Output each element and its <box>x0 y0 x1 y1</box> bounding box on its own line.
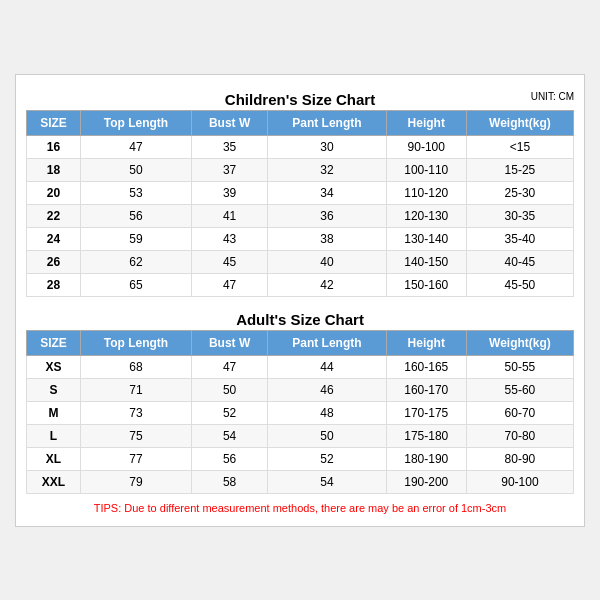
adult-cell-2-3: 48 <box>268 401 386 424</box>
children-cell-6-2: 47 <box>192 273 268 296</box>
table-row: 20533934110-12025-30 <box>27 181 574 204</box>
children-cell-0-5: <15 <box>466 135 573 158</box>
adult-cell-1-1: 71 <box>80 378 191 401</box>
adult-cell-1-4: 160-170 <box>386 378 466 401</box>
adult-cell-5-1: 79 <box>80 470 191 493</box>
table-row: S715046160-17055-60 <box>27 378 574 401</box>
adult-cell-4-4: 180-190 <box>386 447 466 470</box>
adult-cell-0-1: 68 <box>80 355 191 378</box>
children-cell-6-1: 65 <box>80 273 191 296</box>
adult-cell-0-3: 44 <box>268 355 386 378</box>
col-header-weight-c: Weight(kg) <box>466 110 573 135</box>
size-chart-container: Children's Size Chart UNIT: CM SIZE Top … <box>15 74 585 527</box>
col-header-pant-a: Pant Length <box>268 330 386 355</box>
adult-cell-0-5: 50-55 <box>466 355 573 378</box>
adult-cell-3-5: 70-80 <box>466 424 573 447</box>
children-cell-4-2: 43 <box>192 227 268 250</box>
col-header-weight-a: Weight(kg) <box>466 330 573 355</box>
children-cell-2-2: 39 <box>192 181 268 204</box>
children-cell-3-2: 41 <box>192 204 268 227</box>
adult-cell-3-3: 50 <box>268 424 386 447</box>
children-cell-1-5: 15-25 <box>466 158 573 181</box>
children-cell-6-4: 150-160 <box>386 273 466 296</box>
adult-header-row: SIZE Top Length Bust W Pant Length Heigh… <box>27 330 574 355</box>
table-row: 28654742150-16045-50 <box>27 273 574 296</box>
children-cell-5-2: 45 <box>192 250 268 273</box>
children-cell-0-2: 35 <box>192 135 268 158</box>
table-row: XXL795854190-20090-100 <box>27 470 574 493</box>
children-cell-5-4: 140-150 <box>386 250 466 273</box>
adult-cell-1-3: 46 <box>268 378 386 401</box>
table-row: M735248170-17560-70 <box>27 401 574 424</box>
col-header-size-c: SIZE <box>27 110 81 135</box>
col-header-pant-c: Pant Length <box>268 110 386 135</box>
table-row: 18503732100-11015-25 <box>27 158 574 181</box>
adult-cell-3-0: L <box>27 424 81 447</box>
adult-cell-2-0: M <box>27 401 81 424</box>
adult-cell-5-5: 90-100 <box>466 470 573 493</box>
adult-cell-3-4: 175-180 <box>386 424 466 447</box>
adult-cell-5-4: 190-200 <box>386 470 466 493</box>
table-row: 26624540140-15040-45 <box>27 250 574 273</box>
children-cell-5-3: 40 <box>268 250 386 273</box>
children-cell-4-3: 38 <box>268 227 386 250</box>
children-cell-5-0: 26 <box>27 250 81 273</box>
adult-cell-2-1: 73 <box>80 401 191 424</box>
adult-cell-4-2: 56 <box>192 447 268 470</box>
adult-cell-4-0: XL <box>27 447 81 470</box>
children-cell-3-3: 36 <box>268 204 386 227</box>
children-cell-6-0: 28 <box>27 273 81 296</box>
children-cell-1-4: 100-110 <box>386 158 466 181</box>
children-cell-3-1: 56 <box>80 204 191 227</box>
col-header-size-a: SIZE <box>27 330 81 355</box>
children-cell-4-1: 59 <box>80 227 191 250</box>
table-row: 1647353090-100<15 <box>27 135 574 158</box>
table-row: 24594338130-14035-40 <box>27 227 574 250</box>
adult-cell-4-1: 77 <box>80 447 191 470</box>
adult-cell-0-4: 160-165 <box>386 355 466 378</box>
table-row: 22564136120-13030-35 <box>27 204 574 227</box>
children-cell-4-0: 24 <box>27 227 81 250</box>
children-section-title: Children's Size Chart UNIT: CM <box>26 85 574 110</box>
children-cell-4-4: 130-140 <box>386 227 466 250</box>
col-header-bust-c: Bust W <box>192 110 268 135</box>
children-cell-2-4: 110-120 <box>386 181 466 204</box>
adult-size-table: SIZE Top Length Bust W Pant Length Heigh… <box>26 330 574 494</box>
col-header-top-length-a: Top Length <box>80 330 191 355</box>
adult-cell-2-2: 52 <box>192 401 268 424</box>
adult-cell-1-5: 55-60 <box>466 378 573 401</box>
children-cell-2-1: 53 <box>80 181 191 204</box>
adult-cell-4-5: 80-90 <box>466 447 573 470</box>
children-title-text: Children's Size Chart <box>225 91 375 108</box>
table-row: XS684744160-16550-55 <box>27 355 574 378</box>
children-header-row: SIZE Top Length Bust W Pant Length Heigh… <box>27 110 574 135</box>
adult-cell-4-3: 52 <box>268 447 386 470</box>
children-cell-3-4: 120-130 <box>386 204 466 227</box>
adult-cell-2-5: 60-70 <box>466 401 573 424</box>
children-cell-3-5: 30-35 <box>466 204 573 227</box>
adult-cell-1-2: 50 <box>192 378 268 401</box>
adult-cell-5-3: 54 <box>268 470 386 493</box>
adult-cell-5-0: XXL <box>27 470 81 493</box>
adult-cell-2-4: 170-175 <box>386 401 466 424</box>
children-cell-4-5: 35-40 <box>466 227 573 250</box>
children-cell-2-5: 25-30 <box>466 181 573 204</box>
children-cell-6-3: 42 <box>268 273 386 296</box>
col-header-height-c: Height <box>386 110 466 135</box>
adult-section-title: Adult's Size Chart <box>26 305 574 330</box>
unit-label: UNIT: CM <box>531 91 574 102</box>
children-cell-2-3: 34 <box>268 181 386 204</box>
adult-cell-0-0: XS <box>27 355 81 378</box>
children-cell-5-5: 40-45 <box>466 250 573 273</box>
children-cell-0-3: 30 <box>268 135 386 158</box>
children-cell-2-0: 20 <box>27 181 81 204</box>
tips-text: TIPS: Due to different measurement metho… <box>26 500 574 516</box>
children-cell-1-1: 50 <box>80 158 191 181</box>
table-row: L755450175-18070-80 <box>27 424 574 447</box>
adult-cell-3-1: 75 <box>80 424 191 447</box>
col-header-height-a: Height <box>386 330 466 355</box>
adult-cell-1-0: S <box>27 378 81 401</box>
children-cell-1-0: 18 <box>27 158 81 181</box>
children-cell-5-1: 62 <box>80 250 191 273</box>
children-cell-1-3: 32 <box>268 158 386 181</box>
